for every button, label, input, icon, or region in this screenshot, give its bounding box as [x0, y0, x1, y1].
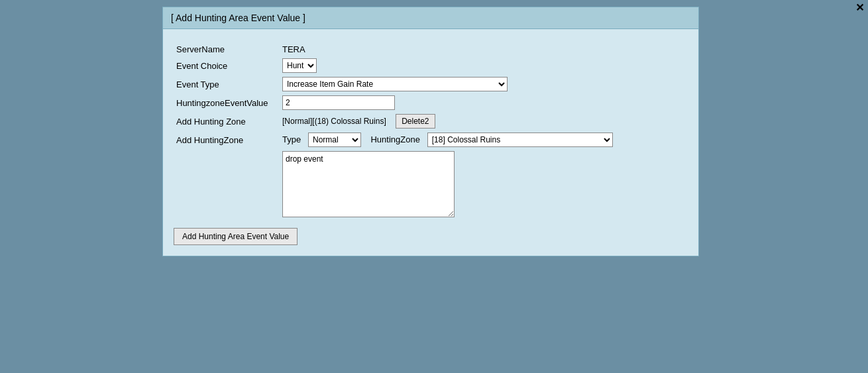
event-choice-label: Event Choice: [174, 56, 280, 75]
type-label: Type: [282, 134, 301, 144]
dialog-title: [ Add Hunting Area Event Value ]: [163, 7, 698, 29]
huntingzone-value-input[interactable]: [282, 95, 395, 110]
server-name-row: ServerName TERA: [174, 42, 688, 56]
event-choice-row: Event Choice Hunt: [174, 56, 688, 75]
event-type-cell: Increase Item Gain Rate: [280, 75, 688, 93]
textarea-label: [174, 149, 280, 221]
delete-button[interactable]: Delete2: [396, 114, 435, 129]
close-button[interactable]: ✕: [855, 3, 864, 13]
dialog: [ Add Hunting Area Event Value ] ServerN…: [162, 7, 699, 256]
event-type-label: Event Type: [174, 75, 280, 93]
add-hunting-zone-value: [Normal][(18) Colossal Ruins]: [282, 117, 386, 126]
server-name-value: TERA: [280, 42, 688, 56]
huntingzone-label: HuntingZone: [370, 134, 419, 144]
add-huntingzone-cell: Type Normal Hard Extreme HuntingZone [18…: [280, 131, 688, 149]
huntingzone-value-cell: [280, 93, 688, 112]
add-hunting-zone-row: Add Hunting Zone [Normal][(18) Colossal …: [174, 112, 688, 131]
textarea-row: [174, 149, 688, 221]
textarea-cell: [280, 149, 688, 221]
type-select[interactable]: Normal Hard Extreme: [308, 133, 361, 147]
form-table: ServerName TERA Event Choice Hunt Event …: [174, 42, 688, 221]
server-name-label: ServerName: [174, 42, 280, 56]
event-choice-select[interactable]: Hunt: [282, 58, 317, 73]
event-choice-cell: Hunt: [280, 56, 688, 75]
huntingzone-value-row: HuntingzoneEventValue: [174, 93, 688, 112]
event-textarea[interactable]: [282, 151, 455, 217]
event-type-select[interactable]: Increase Item Gain Rate: [282, 77, 508, 91]
submit-button[interactable]: Add Hunting Area Event Value: [174, 228, 298, 245]
add-huntingzone-label: Add HuntingZone: [174, 131, 280, 149]
dialog-body: ServerName TERA Event Choice Hunt Event …: [163, 29, 698, 256]
event-type-row: Event Type Increase Item Gain Rate: [174, 75, 688, 93]
huntingzone-value-label: HuntingzoneEventValue: [174, 93, 280, 112]
huntingzone-select[interactable]: [18] Colossal Ruins: [427, 133, 613, 147]
add-huntingzone-row: Add HuntingZone Type Normal Hard Extreme…: [174, 131, 688, 149]
add-hunting-zone-cell: [Normal][(18) Colossal Ruins] Delete2: [280, 112, 688, 131]
add-hunting-zone-label: Add Hunting Zone: [174, 112, 280, 131]
